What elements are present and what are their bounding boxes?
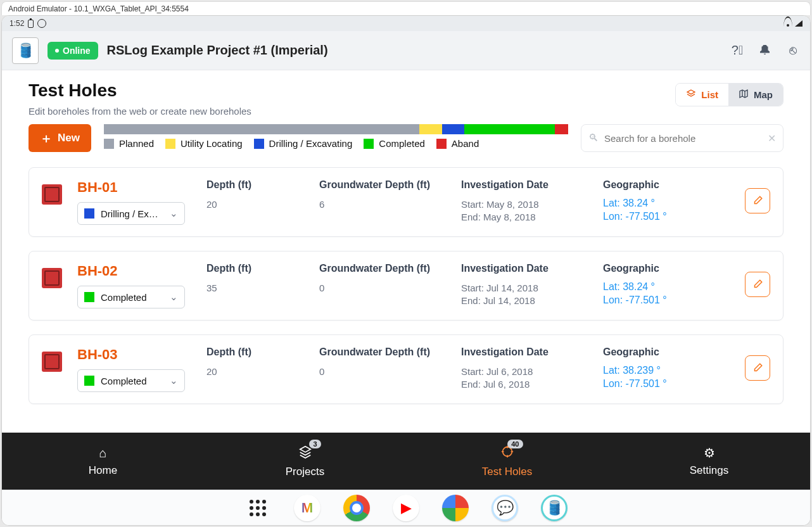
gmail-icon[interactable]: M [294, 495, 320, 521]
date-value: Start: Jul 14, 2018End: Jul 14, 2018 [461, 282, 588, 308]
logout-icon[interactable]: ⎋ [786, 44, 800, 58]
col-depth-header: Depth (ft) [206, 346, 304, 358]
gw-value: 0 [319, 365, 446, 378]
nav-projects-label: Projects [286, 466, 324, 478]
view-list-label: List [701, 89, 718, 100]
map-icon [739, 89, 749, 101]
emulator-title: Android Emulator - 10.1_WXGA_Tablet_API_… [8, 4, 189, 13]
nav-home[interactable]: ⌂ Home [2, 433, 204, 490]
edit-button[interactable] [745, 188, 770, 213]
col-depth-header: Depth (ft) [206, 263, 304, 274]
legend-item: Planned [104, 138, 154, 149]
borehole-name[interactable]: BH-03 [77, 346, 191, 363]
view-map-label: Map [754, 89, 773, 100]
borehole-icon [42, 268, 62, 288]
col-geo-header: Geographic [603, 263, 730, 274]
legend-label: Utility Locating [181, 138, 243, 149]
edit-button[interactable] [745, 355, 770, 381]
geo-link[interactable]: Lat: 38.24 °Lon: -77.501 ° [603, 281, 730, 307]
page-title: Test Holes [29, 80, 251, 101]
status-label: Completed [101, 292, 163, 303]
search-icon: 🔍︎ [588, 132, 599, 144]
target-icon: 40 [500, 445, 514, 462]
stack-icon: 3 [298, 445, 312, 462]
legend-swatch [254, 139, 264, 149]
status-select[interactable]: Completed⌄ [77, 369, 185, 392]
col-date-header: Investigation Date [461, 263, 588, 274]
col-geo-header: Geographic [603, 179, 730, 191]
legend-item: Completed [364, 138, 425, 149]
geo-link[interactable]: Lat: 38.239 °Lon: -77.501 ° [603, 364, 730, 391]
device-frame: 1:52 🛢️ Online RSLog Example Project #1 … [1, 15, 811, 526]
online-label: Online [63, 46, 91, 56]
bell-icon[interactable]: 🔔︎ [758, 44, 772, 58]
search-input[interactable] [581, 124, 783, 152]
app-logo-icon[interactable]: 🛢️ [12, 37, 39, 64]
status-swatch [84, 292, 94, 302]
col-gw-header: Groundwater Depth (ft) [319, 263, 446, 274]
chevron-down-icon: ⌄ [170, 375, 178, 386]
battery-icon [28, 20, 34, 28]
legend-label: Aband [452, 138, 479, 149]
chevron-down-icon: ⌄ [170, 291, 178, 303]
android-status-bar: 1:52 [2, 16, 810, 31]
emulator-title-bar: Android Emulator - 10.1_WXGA_Tablet_API_… [1, 1, 811, 15]
clear-search-icon[interactable]: ✕ [768, 132, 776, 144]
borehole-card: BH-03Completed⌄Depth (ft)20Groundwater D… [29, 334, 783, 404]
status-legend: PlannedUtility LocatingDrilling / Excava… [104, 124, 568, 149]
testholes-badge: 40 [507, 440, 523, 448]
depth-value: 20 [206, 198, 304, 211]
photos-icon[interactable] [442, 495, 469, 521]
legend-swatch [436, 139, 447, 149]
legend-swatch [104, 139, 114, 149]
legend-item: Utility Locating [165, 138, 243, 149]
legend-segment [442, 124, 465, 134]
gw-value: 6 [319, 198, 446, 211]
chevron-down-icon: ⌄ [170, 208, 178, 219]
clock: 1:52 [10, 19, 24, 28]
legend-segment [104, 124, 419, 134]
col-gw-header: Groundwater Depth (ft) [319, 179, 446, 191]
legend-label: Completed [379, 138, 425, 149]
messages-icon[interactable]: 💬 [492, 495, 518, 521]
legend-label: Planned [119, 138, 154, 149]
col-date-header: Investigation Date [461, 179, 588, 191]
nav-projects[interactable]: 3 Projects [204, 433, 406, 490]
legend-item: Drilling / Excavating [254, 138, 353, 149]
chrome-icon[interactable] [343, 495, 370, 521]
layers-icon [686, 89, 696, 101]
online-status: Online [48, 42, 98, 60]
col-depth-header: Depth (ft) [206, 179, 304, 191]
nav-testholes[interactable]: 40 Test Holes [406, 433, 608, 490]
borehole-icon [42, 352, 62, 372]
projects-badge: 3 [309, 440, 320, 448]
page-subtitle: Edit boreholes from the web or create ne… [29, 106, 251, 117]
borehole-name[interactable]: BH-02 [77, 263, 191, 279]
status-label: Drilling / Ex… [101, 208, 163, 219]
status-select[interactable]: Drilling / Ex…⌄ [77, 202, 185, 225]
help-icon[interactable]: ?⃝ [730, 44, 744, 58]
status-select[interactable]: Completed⌄ [77, 286, 185, 308]
new-button[interactable]: ＋ New [29, 124, 91, 152]
home-icon: ⌂ [99, 446, 106, 460]
edit-button[interactable] [745, 272, 770, 297]
rslog-app-icon[interactable]: 🛢️ [541, 495, 568, 521]
legend-segment [419, 124, 442, 134]
app-drawer-icon[interactable] [244, 495, 271, 521]
android-system-bar: M ▶ 💬 🛢️ [2, 490, 810, 525]
view-toggle: List Map [675, 83, 783, 106]
search-field: 🔍︎ ✕ [581, 124, 783, 152]
legend-swatch [165, 139, 175, 149]
borehole-card: BH-02Completed⌄Depth (ft)35Groundwater D… [29, 251, 783, 321]
youtube-icon[interactable]: ▶ [393, 495, 419, 521]
view-list-tab[interactable]: List [676, 84, 728, 106]
legend-swatch [364, 139, 374, 149]
nav-testholes-label: Test Holes [482, 466, 532, 478]
bottom-nav: ⌂ Home 3 Projects 40 Test Holes ⚙︎ Setti… [2, 433, 810, 490]
nav-settings[interactable]: ⚙︎ Settings [608, 433, 810, 490]
date-value: Start: Jul 6, 2018End: Jul 6, 2018 [461, 365, 588, 391]
borehole-name[interactable]: BH-01 [77, 179, 191, 196]
view-map-tab[interactable]: Map [728, 84, 783, 106]
geo-link[interactable]: Lat: 38.24 °Lon: -77.501 ° [603, 197, 730, 224]
status-swatch [84, 376, 94, 386]
